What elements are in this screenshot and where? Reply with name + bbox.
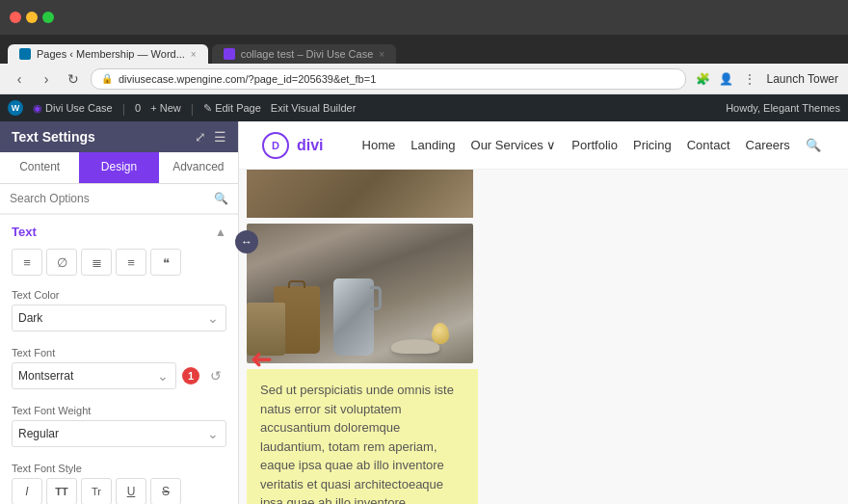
capitalize-button[interactable]: Tr (81, 478, 112, 504)
back-button[interactable]: ‹ (10, 69, 29, 89)
extensions-icon[interactable]: 🧩 (694, 69, 713, 89)
page-nav: D divi Home Landing Our Services ∨ Portf… (239, 121, 848, 170)
align-none-button[interactable]: ∅ (46, 249, 77, 276)
align-left-button[interactable]: ≡ (12, 249, 42, 276)
text-section-header: Text ▲ (0, 214, 238, 243)
align-right-button[interactable]: ≡ (116, 249, 146, 276)
admin-new-item[interactable]: + New (150, 102, 181, 114)
browser-nav-icons: 🧩 👤 ⋮ (694, 69, 759, 89)
nav-portfolio[interactable]: Portfolio (571, 138, 618, 152)
nav-home[interactable]: Home (362, 138, 396, 152)
wp-logo-item[interactable]: W (8, 100, 23, 116)
uppercase-button[interactable]: TT (46, 478, 77, 504)
nav-services[interactable]: Our Services ∨ (471, 138, 557, 152)
panel-fullscreen-icon[interactable]: ⤢ (195, 129, 206, 145)
maximize-dot[interactable] (42, 12, 54, 23)
lock-icon: 🔒 (101, 73, 113, 84)
text-font-label: Text Font (12, 347, 226, 358)
font-weight-select-wrapper: Regular Bold Light (12, 420, 226, 447)
panel-header: Text Settings ⤢ ☰ (0, 121, 238, 152)
nav-search[interactable]: 🔍 (806, 138, 821, 152)
divi-site-name: Divi Use Case (45, 102, 113, 114)
search-input[interactable] (10, 192, 208, 205)
font-weight-label: Text Font Weight (12, 405, 226, 416)
font-weight-select[interactable]: Regular Bold Light (12, 420, 226, 447)
text-color-select[interactable]: Dark Light (12, 305, 226, 332)
separator-2: | (191, 101, 194, 116)
align-center-button[interactable]: ≣ (81, 249, 112, 276)
menu-icon[interactable]: ⋮ (740, 69, 759, 89)
text-section-label: Text (12, 225, 37, 239)
text-settings-panel: Text Settings ⤢ ☰ Content Design Advance… (0, 121, 239, 504)
font-select-inner: Montserrat Open Sans Roboto (12, 362, 176, 389)
divi-use-case-item[interactable]: ◉ Divi Use Case (33, 102, 113, 115)
text-color-select-wrapper: Dark Light (12, 305, 226, 332)
text-block-content: Sed ut perspiciatis unde omnis iste natu… (260, 383, 454, 504)
admin-pin-item[interactable]: 0 (135, 102, 141, 114)
reload-button[interactable]: ↻ (64, 69, 83, 89)
divi-logo-circle: D (262, 132, 289, 159)
forward-button[interactable]: › (37, 69, 56, 89)
font-badge: 1 (182, 367, 199, 385)
underline-button[interactable]: U (116, 478, 146, 504)
text-block[interactable]: Sed ut perspiciatis unde omnis iste natu… (247, 369, 478, 504)
strikethrough-button[interactable]: S (150, 478, 181, 504)
close-dot[interactable] (10, 12, 21, 23)
address-bar[interactable]: 🔒 diviusecase.wpengine.com/?page_id=2056… (91, 68, 686, 90)
img-bowl (391, 339, 439, 354)
panel-header-icons: ⤢ ☰ (195, 129, 226, 145)
font-style-label: Text Font Style (12, 463, 226, 474)
alignment-row: ≡ ∅ ≣ ≡ ❝ (0, 243, 238, 281)
right-content: ➜ D divi Home Landing Our Services ∨ Por… (239, 121, 848, 504)
tab-bar: Pages ‹ Membership — Word... × collage t… (0, 35, 848, 64)
nav-contact[interactable]: Contact (687, 138, 730, 152)
nav-pricing[interactable]: Pricing (633, 138, 672, 152)
divi-logo-text: divi (297, 137, 324, 154)
img-bag1-handle (288, 280, 305, 288)
font-style-row: Text Font Style I TT Tr U S (0, 455, 238, 504)
admin-new-label: + New (150, 102, 181, 114)
font-select[interactable]: Montserrat Open Sans Roboto (12, 362, 176, 389)
tab-content[interactable]: Content (0, 152, 79, 183)
tab-wordpress[interactable]: Pages ‹ Membership — Word... × (8, 44, 208, 64)
tab-close-icon[interactable]: × (191, 49, 197, 60)
nav-landing[interactable]: Landing (411, 138, 455, 152)
nav-careers[interactable]: Careers (746, 138, 790, 152)
divi-panel-toggle[interactable]: ↔ (235, 230, 258, 253)
text-color-row: Text Color Dark Light (0, 281, 238, 339)
profile-icon[interactable]: 👤 (717, 69, 736, 89)
tab-design[interactable]: Design (79, 152, 158, 183)
tab-favicon (19, 48, 31, 60)
panel-close-icon[interactable]: ☰ (214, 129, 226, 145)
text-color-label: Text Color (12, 289, 226, 301)
style-buttons-row: I TT Tr U S (12, 478, 226, 504)
top-image-partial (239, 170, 848, 218)
panel-tabs: Content Design Advanced (0, 152, 238, 184)
window-controls (10, 12, 54, 23)
edit-page-item[interactable]: ✎ Edit Page (203, 102, 261, 115)
top-image (247, 170, 473, 218)
launch-tower-label: Launch Tower (767, 72, 839, 86)
exit-builder-item[interactable]: Exit Visual Builder (271, 102, 356, 114)
browser-nav: ‹ › ↻ 🔒 diviusecase.wpengine.com/?page_i… (0, 64, 848, 94)
divi-logo-d: ◉ (33, 102, 42, 115)
font-reset-button[interactable]: ↺ (205, 365, 226, 386)
tab-divi[interactable]: collage test – Divi Use Case × (212, 44, 396, 64)
tab-label: Pages ‹ Membership — Word... (37, 48, 185, 60)
italic-button[interactable]: I (12, 478, 42, 504)
minimize-dot[interactable] (26, 12, 38, 23)
wp-logo-icon: W (8, 100, 23, 116)
main-image-container (239, 218, 848, 369)
main-layout: Text Settings ⤢ ☰ Content Design Advance… (0, 121, 848, 504)
font-weight-row: Text Font Weight Regular Bold Light (0, 397, 238, 455)
tab-advanced[interactable]: Advanced (159, 152, 238, 183)
tab-close-divi-icon[interactable]: × (379, 49, 384, 60)
annotation-arrow: ➜ (251, 343, 273, 375)
align-justify-button[interactable]: ❝ (150, 249, 181, 276)
browser-chrome (0, 0, 848, 35)
tab-label-divi: collage test – Divi Use Case (241, 48, 374, 60)
divi-logo: D divi (262, 132, 324, 159)
panel-search: 🔍 (0, 184, 238, 214)
section-collapse-icon[interactable]: ▲ (215, 225, 226, 239)
tab-favicon-divi (224, 48, 235, 60)
